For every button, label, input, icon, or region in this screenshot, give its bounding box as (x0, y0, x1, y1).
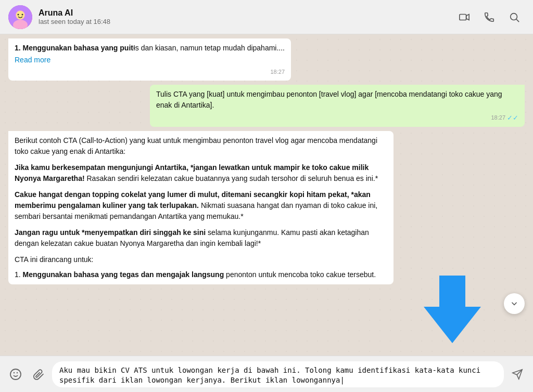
para-1: Berikut contoh CTA (Call-to-Action) yang… (15, 135, 387, 157)
para-6-bold: Menggunakan bahasa yang tegas dan mengaj… (23, 270, 224, 279)
contact-name: Aruna AI (39, 8, 110, 18)
svg-rect-6 (460, 14, 466, 20)
contact-status: last seen today at 16:48 (39, 18, 110, 25)
phone-call-button[interactable] (479, 7, 500, 28)
contact-info: Aruna AI last seen today at 16:48 (39, 8, 110, 25)
para-5: CTA ini dirancang untuk: (15, 254, 387, 265)
svg-point-11 (10, 369, 21, 380)
message-1: 1. Menggunakan bahasa yang puitIs dan ki… (8, 38, 525, 81)
input-area: Aku mau bikin CV ATS untuk lowongan kerj… (0, 356, 533, 392)
header-actions (454, 7, 525, 28)
svg-marker-10 (424, 276, 481, 343)
bubble-1: 1. Menggunakan bahasa yang puitIs dan ki… (8, 38, 291, 81)
header-left: Aruna AI last seen today at 16:48 (8, 5, 110, 29)
para-4: Jangan ragu untuk *menyempatkan diri sin… (15, 227, 387, 249)
para-3: Cakue hangat dengan topping cokelat yang… (15, 189, 387, 222)
message-2-text: Tulis CTA yang [kuat] untuk mengimbau pe… (156, 89, 518, 111)
bubble-3: Berikut contoh CTA (Call-to-Action) yang… (8, 131, 394, 284)
send-button[interactable] (508, 365, 527, 384)
para-3-bold: Cakue hangat dengan topping cokelat yang… (15, 190, 371, 210)
chat-area: 1. Menggunakan bahasa yang puitIs dan ki… (0, 34, 533, 356)
emoji-button[interactable] (6, 365, 25, 384)
avatar[interactable] (8, 5, 32, 29)
bubble-2: Tulis CTA yang [kuat] untuk mengimbau pe… (150, 85, 525, 127)
chat-header: Aruna AI last seen today at 16:48 (0, 0, 533, 34)
svg-line-9 (516, 19, 519, 22)
svg-point-5 (22, 14, 23, 15)
para-2: Jika kamu berkesempatan mengunjungi Anta… (15, 162, 387, 184)
para-6: 1. Menggunakan bahasa yang tegas dan men… (15, 269, 387, 280)
search-button[interactable] (504, 7, 525, 28)
para-4-bold: Jangan ragu untuk *menyempatkan diri sin… (15, 228, 206, 237)
msg1-rest: s dan kiasan (135, 44, 176, 52)
attach-button[interactable] (29, 365, 48, 384)
message-2: Tulis CTA yang [kuat] untuk mengimbau pe… (8, 85, 525, 127)
msg1-bold: 1. Menggunakan bahasa yang puit (15, 44, 133, 52)
message-input[interactable]: Aku mau bikin CV ATS untuk lowongan kerj… (52, 361, 504, 387)
msg2-timestamp: 18:27 ✓✓ (156, 113, 518, 123)
svg-point-4 (18, 14, 19, 15)
msg1-tail: , namun tetap mudah dipahami.... (176, 44, 285, 52)
svg-point-8 (511, 13, 517, 20)
message-1-text: 1. Menggunakan bahasa yang puitIs dan ki… (15, 43, 285, 54)
msg1-timestamp: 18:27 (15, 68, 285, 76)
video-call-button[interactable] (454, 7, 475, 28)
read-more-link[interactable]: Read more (15, 55, 285, 66)
big-blue-arrow (424, 276, 481, 345)
message-3: Berikut contoh CTA (Call-to-Action) yang… (8, 131, 525, 284)
scroll-down-button[interactable] (504, 293, 525, 314)
svg-marker-7 (466, 14, 469, 20)
para-2-bold: Jika kamu berkesempatan mengunjungi Anta… (15, 163, 369, 182)
read-ticks: ✓✓ (507, 113, 518, 123)
